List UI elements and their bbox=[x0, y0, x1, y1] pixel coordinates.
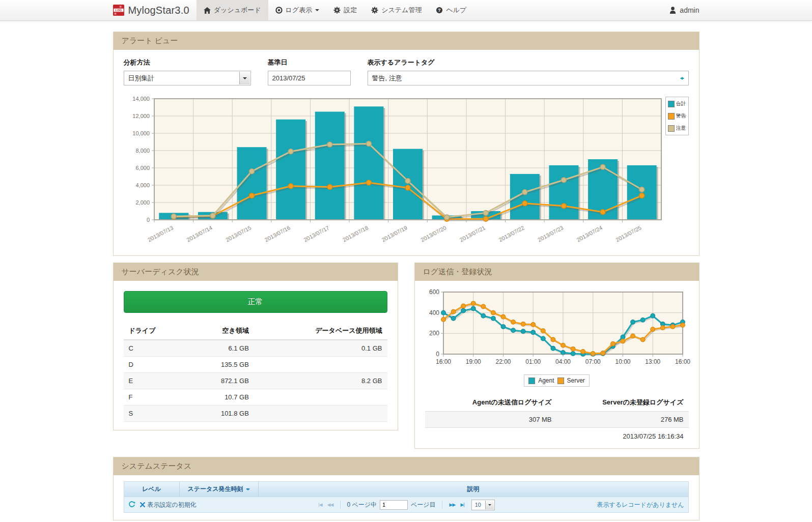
svg-text:2013/07/24: 2013/07/24 bbox=[575, 224, 603, 243]
last-page-button[interactable]: ▶| bbox=[459, 502, 465, 507]
svg-text:?: ? bbox=[438, 8, 441, 13]
gear-icon bbox=[333, 7, 341, 14]
svg-text:2013/07/21: 2013/07/21 bbox=[458, 224, 486, 243]
sort-icon[interactable] bbox=[246, 486, 250, 492]
svg-text:4,000: 4,000 bbox=[135, 182, 150, 188]
svg-text:2013/07/13: 2013/07/13 bbox=[146, 224, 174, 243]
first-page-button[interactable]: |◀ bbox=[317, 502, 323, 507]
panel-title: システムステータス bbox=[114, 457, 699, 475]
app-title: MylogStar3.0 bbox=[128, 5, 189, 16]
svg-text:6,000: 6,000 bbox=[135, 165, 150, 171]
column-description[interactable]: 説明 bbox=[259, 482, 688, 497]
svg-text:13:00: 13:00 bbox=[645, 358, 660, 365]
table-row: 307 MB 276 MB bbox=[425, 411, 689, 428]
svg-text:2013/07/14: 2013/07/14 bbox=[185, 224, 213, 243]
alert-view-panel: アラート ビュー 分析方法 日別集計 基準日 表示するアラートタグ bbox=[113, 32, 699, 256]
svg-text:400: 400 bbox=[429, 309, 439, 316]
svg-text:200: 200 bbox=[429, 330, 439, 337]
eye-icon bbox=[275, 7, 283, 14]
reset-display-settings[interactable]: 表示設定の初期化 bbox=[140, 501, 197, 509]
svg-text:2013/07/15: 2013/07/15 bbox=[225, 224, 252, 243]
main-nav: ダッシュボード ログ表示 設定 システム管理 ? ヘルプ bbox=[197, 0, 474, 20]
table-row: D135.5 GB bbox=[124, 357, 387, 373]
svg-text:2013/07/16: 2013/07/16 bbox=[263, 224, 291, 243]
server-unregistered-header: Serverの未登録ログサイズ bbox=[557, 394, 689, 411]
nav-log-view[interactable]: ログ表示 bbox=[268, 0, 327, 20]
chevron-down-icon bbox=[315, 9, 319, 13]
system-status-panel: システムステータス レベル ステータス発生時刻 説明 表 bbox=[113, 457, 699, 520]
user-menu[interactable]: admin bbox=[669, 6, 699, 14]
alert-tag-label: 表示するアラートタグ bbox=[368, 58, 689, 67]
server-unregistered-value: 276 MB bbox=[557, 412, 689, 427]
updown-arrows-icon[interactable] bbox=[680, 75, 684, 82]
close-icon bbox=[140, 502, 145, 507]
selected-tags: 警告, 注意 bbox=[372, 74, 402, 83]
grid-pager: 表示設定の初期化 |◀ ◀◀ 0 ページ中 ページ目 ▶▶ ▶| bbox=[124, 497, 688, 512]
page-suffix-text: ページ目 bbox=[411, 501, 436, 509]
nav-help[interactable]: ? ヘルプ bbox=[429, 0, 473, 20]
svg-text:2013/07/23: 2013/07/23 bbox=[537, 224, 564, 243]
nav-label: ヘルプ bbox=[446, 6, 466, 15]
legend-swatch-agent bbox=[528, 378, 535, 384]
dropdown-button[interactable] bbox=[485, 501, 494, 509]
refresh-icon[interactable] bbox=[128, 501, 135, 508]
legend-swatch-warning bbox=[668, 113, 675, 120]
nav-label: 設定 bbox=[344, 6, 357, 15]
next-page-button[interactable]: ▶▶ bbox=[449, 502, 457, 507]
prev-page-button[interactable]: ◀◀ bbox=[326, 502, 334, 507]
svg-text:2013/07/18: 2013/07/18 bbox=[342, 224, 369, 243]
table-row: C6.1 GB0.1 GB bbox=[124, 340, 387, 357]
user-icon bbox=[669, 7, 676, 14]
log-status-panel: ログ送信・登録状況 020040060016:0019:0022:0001:00… bbox=[414, 263, 699, 449]
page-size-select[interactable]: 10 bbox=[471, 500, 495, 510]
base-date-label: 基準日 bbox=[268, 58, 351, 67]
disk-status-normal-button[interactable]: 正常 bbox=[124, 291, 387, 313]
table-row: F10.7 GB bbox=[124, 389, 387, 405]
legend-entry-total: 合計 bbox=[668, 100, 686, 107]
panel-title: サーバーディスク状況 bbox=[114, 263, 398, 281]
column-level[interactable]: レベル bbox=[124, 482, 179, 497]
gear-icon bbox=[371, 7, 378, 14]
nav-label: ログ表示 bbox=[286, 6, 313, 15]
page-number-input[interactable] bbox=[380, 500, 408, 510]
alert-chart: 02,0004,0006,0008,00010,00012,00014,0002… bbox=[124, 96, 662, 247]
log-chart: 020040060016:0019:0022:0001:0004:0007:00… bbox=[425, 289, 689, 372]
svg-text:2013/07/20: 2013/07/20 bbox=[419, 224, 447, 243]
svg-text:16:00: 16:00 bbox=[675, 358, 690, 365]
svg-text:2013/07/25: 2013/07/25 bbox=[614, 224, 642, 243]
last-updated-timestamp: 2013/07/25 16:16:34 bbox=[425, 428, 689, 440]
system-status-grid: レベル ステータス発生時刻 説明 表示設定の初期化 bbox=[124, 481, 689, 513]
nav-system-admin[interactable]: システム管理 bbox=[364, 0, 429, 20]
table-row: S101.8 GB bbox=[124, 405, 387, 422]
base-date-input[interactable] bbox=[268, 71, 351, 85]
svg-text:2013/07/17: 2013/07/17 bbox=[302, 224, 330, 243]
alert-tag-select[interactable]: 警告, 注意 bbox=[368, 71, 689, 85]
navbar: LOG MylogStar3.0 ダッシュボード ログ表示 設定 システム管理 bbox=[0, 0, 812, 21]
svg-text:0: 0 bbox=[146, 217, 149, 223]
nav-label: ダッシュボード bbox=[214, 6, 261, 15]
svg-text:2013/07/19: 2013/07/19 bbox=[380, 224, 408, 243]
svg-text:0: 0 bbox=[436, 351, 439, 358]
username: admin bbox=[680, 6, 699, 14]
chevron-down-icon bbox=[243, 77, 247, 81]
disk-status-panel: サーバーディスク状況 正常 ドライブ 空き領域 データベース使用領域 C6.1 … bbox=[113, 263, 398, 430]
column-status-time[interactable]: ステータス発生時刻 bbox=[179, 482, 259, 497]
svg-text:14,000: 14,000 bbox=[132, 96, 150, 102]
legend-swatch-total bbox=[668, 101, 675, 107]
help-icon: ? bbox=[436, 7, 443, 14]
log-chart-legend: Agent Server bbox=[524, 374, 590, 387]
svg-text:19:00: 19:00 bbox=[465, 358, 481, 365]
nav-dashboard[interactable]: ダッシュボード bbox=[197, 0, 268, 20]
svg-text:07:00: 07:00 bbox=[585, 358, 600, 365]
legend-swatch-caution bbox=[668, 125, 675, 132]
panel-title: アラート ビュー bbox=[114, 32, 699, 50]
dropdown-button[interactable] bbox=[239, 72, 250, 84]
nav-settings[interactable]: 設定 bbox=[326, 0, 364, 20]
analysis-method-label: 分析方法 bbox=[124, 58, 251, 67]
panel-title: ログ送信・登録状況 bbox=[415, 263, 699, 281]
svg-text:2013/07/22: 2013/07/22 bbox=[497, 224, 525, 243]
pagination: |◀ ◀◀ 0 ページ中 ページ目 ▶▶ ▶| 10 bbox=[317, 500, 494, 510]
analysis-method-select[interactable]: 日別集計 bbox=[124, 71, 251, 85]
disk-table-header: ドライブ 空き領域 データベース使用領域 bbox=[124, 322, 387, 340]
svg-text:16:00: 16:00 bbox=[435, 358, 451, 365]
